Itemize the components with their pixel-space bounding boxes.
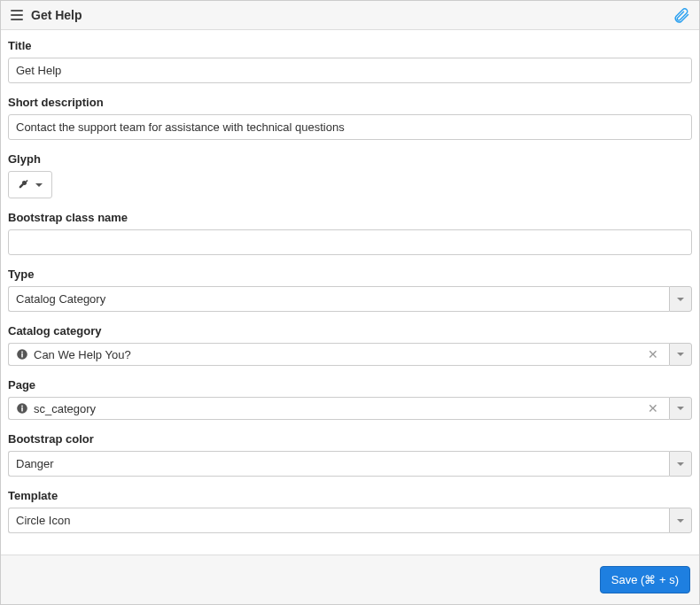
type-label: Type	[8, 268, 692, 281]
bootstrap-color-select[interactable]: Danger	[8, 451, 692, 477]
svg-point-1	[21, 352, 23, 353]
svg-rect-5	[21, 407, 23, 412]
caret-down-icon	[677, 519, 684, 523]
catalog-category-label: Catalog category	[8, 324, 692, 337]
svg-point-4	[21, 406, 23, 407]
page-title: Get Help	[31, 8, 82, 22]
field-template: Template Circle Icon	[8, 489, 692, 533]
form-header: Get Help	[1, 1, 699, 30]
attachment-icon[interactable]	[673, 6, 690, 24]
bootstrap-color-label: Bootstrap color	[8, 432, 692, 446]
short-description-label: Short description	[8, 96, 692, 109]
page-lookup-button[interactable]	[669, 397, 692, 420]
bootstrap-class-label: Bootstrap class name	[8, 211, 692, 224]
caret-down-icon	[35, 183, 43, 187]
page-ref: sc_category ✕	[8, 397, 692, 420]
template-label: Template	[8, 489, 692, 502]
type-select-value: Catalog Category	[8, 286, 669, 312]
title-input[interactable]	[8, 58, 692, 83]
clear-icon[interactable]: ✕	[644, 347, 662, 361]
title-label: Title	[8, 39, 692, 52]
field-bootstrap-class: Bootstrap class name	[8, 211, 692, 255]
page-value-box[interactable]: sc_category ✕	[8, 397, 669, 420]
catalog-category-value-box[interactable]: Can We Help You? ✕	[8, 343, 669, 366]
wrench-icon	[18, 177, 30, 192]
field-title: Title	[8, 39, 692, 83]
info-icon[interactable]	[16, 402, 28, 415]
caret-down-icon	[677, 462, 684, 466]
catalog-category-lookup-button[interactable]	[669, 343, 692, 366]
glyph-label: Glyph	[8, 152, 692, 166]
type-select-caret[interactable]	[669, 286, 692, 312]
glyph-picker-button[interactable]	[8, 171, 52, 198]
type-select[interactable]: Catalog Category	[8, 286, 692, 312]
form-footer: Save (⌘ + s)	[1, 555, 699, 604]
catalog-category-ref: Can We Help You? ✕	[8, 343, 692, 366]
form-body: Title Short description Glyph Bootstrap …	[1, 30, 699, 555]
template-value: Circle Icon	[8, 508, 669, 533]
page-text: sc_category	[34, 402, 639, 415]
field-short-description: Short description	[8, 96, 692, 140]
field-type: Type Catalog Category	[8, 268, 692, 312]
header-left: Get Help	[10, 8, 82, 22]
field-catalog-category: Catalog category Can We Help You? ✕	[8, 324, 692, 366]
field-page: Page sc_category ✕	[8, 378, 692, 420]
short-description-input[interactable]	[8, 114, 692, 140]
save-button[interactable]: Save (⌘ + s)	[600, 566, 690, 593]
clear-icon[interactable]: ✕	[644, 401, 662, 415]
caret-down-icon	[677, 298, 684, 301]
bootstrap-color-value: Danger	[8, 451, 669, 477]
template-select[interactable]: Circle Icon	[8, 508, 692, 533]
page-label: Page	[8, 378, 692, 392]
svg-rect-2	[21, 353, 23, 358]
caret-down-icon	[677, 353, 684, 356]
caret-down-icon	[677, 407, 684, 410]
field-bootstrap-color: Bootstrap color Danger	[8, 432, 692, 477]
bootstrap-color-caret[interactable]	[669, 451, 692, 477]
field-glyph: Glyph	[8, 152, 692, 198]
catalog-category-text: Can We Help You?	[34, 348, 639, 361]
bootstrap-class-input[interactable]	[8, 229, 692, 255]
menu-icon[interactable]	[10, 8, 24, 22]
info-icon[interactable]	[16, 348, 28, 361]
template-caret[interactable]	[669, 508, 692, 533]
